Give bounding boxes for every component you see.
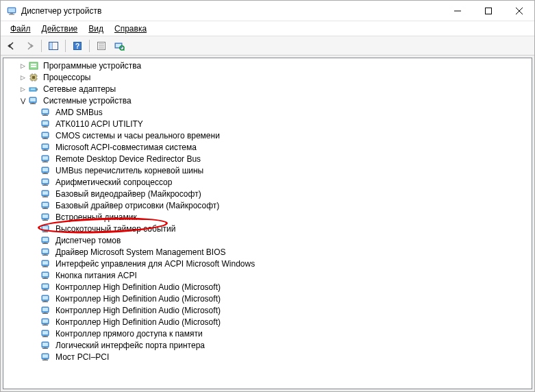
close-button[interactable]	[503, 1, 534, 21]
tree-node-pci-bridge[interactable]: Мост PCI–PCI	[3, 351, 532, 363]
svg-rect-88	[42, 243, 48, 244]
toolbar: ?	[1, 36, 534, 56]
svg-rect-35	[36, 88, 38, 90]
tree-node-arith[interactable]: Арифметический сопроцессор	[3, 176, 532, 188]
svg-rect-83	[44, 231, 47, 232]
properties-button[interactable]	[93, 38, 110, 53]
forward-button[interactable]	[21, 38, 38, 53]
tree-node-system-devices[interactable]: ⋁ Системные устройства	[3, 95, 532, 106]
menu-view[interactable]: Вид	[83, 23, 109, 35]
svg-line-20	[123, 49, 125, 51]
tree-node-basic-render[interactable]: Базовый драйвер отрисовки (Майкрософт)	[3, 199, 532, 211]
device-tree-scroll[interactable]: ▷ Программные устройства ▷ Процессоры	[3, 58, 532, 389]
tree-label: Высокоточный таймер событий	[54, 224, 177, 234]
tree-node-volmgr[interactable]: Диспетчер томов	[3, 234, 532, 246]
svg-rect-118	[42, 331, 48, 334]
toolbar-separator	[41, 40, 42, 52]
svg-rect-86	[42, 238, 48, 241]
svg-rect-63	[44, 173, 47, 173]
system-device-icon	[40, 305, 51, 316]
svg-rect-47	[44, 126, 47, 127]
tree-label: Логический интерфейс порта принтера	[54, 341, 206, 350]
system-device-icon	[40, 212, 51, 223]
tree-label: Контроллер High Definition Audio (Micros…	[54, 294, 222, 304]
system-device-icon	[40, 107, 51, 118]
svg-rect-103	[44, 289, 47, 290]
svg-rect-46	[42, 121, 48, 125]
system-device-icon	[40, 188, 51, 199]
svg-rect-122	[42, 343, 48, 346]
menu-help[interactable]: Справка	[109, 23, 152, 35]
svg-rect-126	[42, 354, 48, 358]
tree-node-pwr-btn[interactable]: Кнопка питания ACPI	[3, 269, 532, 281]
tree-label: Арифметический сопроцессор	[54, 177, 173, 187]
tree-node-processors[interactable]: ▷ Процессоры	[3, 71, 532, 83]
content-area: ▷ Программные устройства ▷ Процессоры	[1, 56, 534, 391]
tree-node-builtin-speaker[interactable]: Встроенный динамик	[3, 211, 532, 223]
chevron-right-icon[interactable]: ▷	[18, 85, 27, 93]
tree-label: Контроллер High Definition Audio (Micros…	[54, 282, 222, 292]
tree-node-smbios[interactable]: Драйвер Microsoft System Management BIOS	[3, 246, 532, 258]
tree-node-acpi-iface[interactable]: Интерфейс управления для ACPI Microsoft …	[3, 258, 532, 269]
tree-node-hd-audio-2[interactable]: Контроллер High Definition Audio (Micros…	[3, 293, 532, 304]
svg-rect-74	[42, 203, 48, 206]
svg-rect-112	[42, 313, 48, 314]
svg-rect-123	[44, 347, 47, 348]
tree-node-amd-smbus[interactable]: AMD SMBus	[3, 106, 532, 118]
tree-label: CMOS системы и часы реального времени	[54, 131, 221, 140]
tree-label: Системные устройства	[42, 96, 133, 106]
tree-node-network-adapters[interactable]: ▷ Сетевые адаптеры	[3, 83, 532, 95]
tree-node-atk[interactable]: ATK0110 ACPI UTILITY	[3, 118, 532, 130]
svg-rect-38	[30, 98, 36, 101]
chevron-right-icon[interactable]: ▷	[18, 62, 27, 70]
tree-node-dma[interactable]: Контроллер прямого доступа к памяти	[3, 328, 532, 339]
titlebar: Диспетчер устройств	[1, 1, 534, 21]
chevron-down-icon[interactable]: ⋁	[18, 97, 27, 105]
scan-hardware-button[interactable]	[111, 38, 127, 53]
device-manager-window: Диспетчер устройств Файл Действие Вид Сп…	[0, 0, 535, 392]
show-hide-tree-button[interactable]	[45, 38, 62, 53]
tree-node-ms-acpi[interactable]: Microsoft ACPI-совместимая система	[3, 141, 532, 153]
svg-rect-114	[42, 319, 48, 323]
network-icon	[28, 84, 39, 95]
tree-label: Программные устройства	[42, 61, 142, 71]
tree-label: Базовый драйвер отрисовки (Майкрософт)	[54, 201, 221, 210]
system-device-icon	[40, 258, 51, 269]
menu-action[interactable]: Действие	[36, 23, 84, 35]
tree-node-umbus[interactable]: UMBus перечислитель корневой шины	[3, 164, 532, 176]
svg-rect-62	[42, 168, 48, 171]
svg-rect-70	[42, 191, 48, 195]
svg-rect-3	[9, 14, 14, 14]
tree-node-hd-audio-4[interactable]: Контроллер High Definition Audio (Micros…	[3, 316, 532, 328]
back-button[interactable]	[3, 38, 20, 53]
svg-rect-96	[42, 267, 48, 267]
system-device-icon	[40, 142, 51, 153]
system-device-icon	[40, 247, 51, 258]
svg-rect-60	[42, 162, 48, 162]
toolbar-separator	[65, 40, 66, 52]
menu-file[interactable]: Файл	[5, 23, 36, 35]
svg-rect-2	[10, 13, 13, 14]
tree-node-software-devices[interactable]: ▷ Программные устройства	[3, 60, 532, 71]
svg-rect-51	[44, 138, 47, 138]
help-button[interactable]: ?	[69, 38, 86, 53]
tree-label: Контроллер прямого доступа к памяти	[54, 329, 204, 339]
toolbar-separator	[89, 40, 90, 52]
tree-node-cmos[interactable]: CMOS системы и часы реального времени	[3, 130, 532, 141]
tree-node-printer-port[interactable]: Логический интерфейс порта принтера	[3, 339, 532, 351]
svg-rect-25	[32, 76, 35, 79]
tree-node-rdp-redir[interactable]: Remote Desktop Device Redirector Bus	[3, 153, 532, 164]
tree-label: UMBus перечислитель корневой шины	[54, 166, 205, 175]
tree-label: Драйвер Microsoft System Management BIOS	[54, 247, 227, 257]
tree-node-basic-video[interactable]: Базовый видеодрайвер (Майкрософт)	[3, 188, 532, 199]
minimize-button[interactable]	[442, 1, 473, 21]
svg-rect-54	[42, 145, 48, 148]
maximize-button[interactable]	[473, 1, 503, 21]
svg-rect-90	[42, 249, 48, 253]
tree-label: Диспетчер томов	[54, 236, 122, 245]
tree-node-hd-audio-1[interactable]: Контроллер High Definition Audio (Micros…	[3, 281, 532, 293]
tree-node-hpet[interactable]: Высокоточный таймер событий	[3, 223, 532, 234]
tree-label: Кнопка питания ACPI	[54, 271, 138, 280]
chevron-right-icon[interactable]: ▷	[18, 73, 27, 82]
tree-node-hd-audio-3[interactable]: Контроллер High Definition Audio (Micros…	[3, 304, 532, 316]
